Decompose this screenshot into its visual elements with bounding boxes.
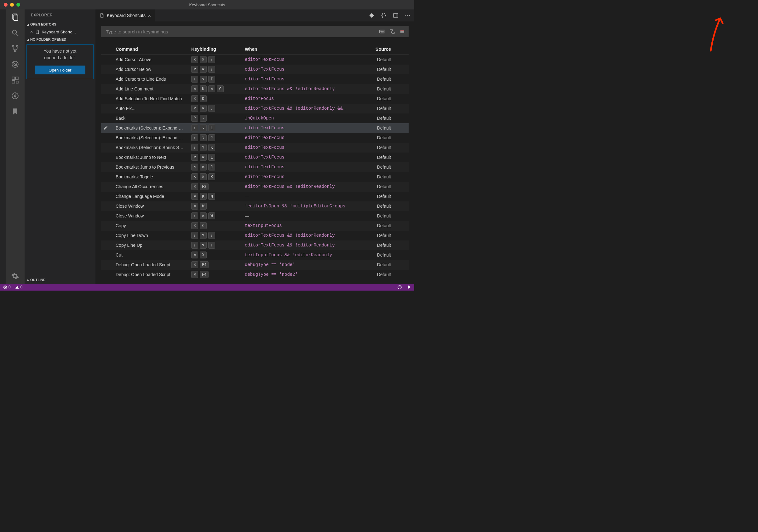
keybinding-cell: ⇧⌥↑ bbox=[191, 242, 245, 249]
clear-input-icon[interactable] bbox=[399, 28, 406, 35]
keybinding-row[interactable]: Bookmarks: Jump to Previous⌥⌘JeditorText… bbox=[101, 162, 409, 172]
keybinding-cell: ⌥⌘↓ bbox=[191, 66, 245, 73]
keybinding-row[interactable]: Copy Line Up⇧⌥↑editorTextFocus && !edito… bbox=[101, 240, 409, 250]
key-cap: ⌥ bbox=[200, 124, 207, 131]
keybinding-row[interactable]: Add Line Comment⌘K⌘CeditorTextFocus && !… bbox=[101, 84, 409, 94]
command-cell: Add Cursors to Line Ends bbox=[116, 77, 191, 82]
open-editor-item[interactable]: × Keyboard Shortc… bbox=[24, 28, 95, 36]
gitlens-icon[interactable] bbox=[11, 91, 19, 100]
key-cap: C bbox=[217, 86, 224, 92]
source-cell: Default bbox=[362, 252, 393, 258]
col-source[interactable]: Source bbox=[362, 47, 393, 52]
keybinding-row[interactable]: Close Window⇧⌘W—Default bbox=[101, 211, 409, 221]
bookmark-icon[interactable] bbox=[11, 107, 19, 116]
col-when[interactable]: When bbox=[245, 47, 362, 52]
command-cell: Add Cursor Above bbox=[116, 57, 191, 62]
split-editor-icon[interactable] bbox=[392, 12, 399, 19]
keybinding-row[interactable]: Copy⌘CtextInputFocusDefault bbox=[101, 221, 409, 231]
outline-header[interactable]: ▸ OUTLINE bbox=[24, 276, 95, 284]
keybinding-cell: ⌥⌘. bbox=[191, 105, 245, 112]
search-icon[interactable] bbox=[11, 28, 19, 37]
open-settings-sync-icon[interactable] bbox=[368, 12, 375, 19]
keybinding-row[interactable]: Debug: Open Loaded Script⌘F4debugType ==… bbox=[101, 270, 409, 280]
keybinding-search-input[interactable] bbox=[104, 29, 379, 34]
no-folder-line2: opened a folder. bbox=[29, 54, 91, 61]
keybinding-row[interactable]: Add Cursor Below⌥⌘↓editorTextFocusDefaul… bbox=[101, 65, 409, 74]
maximize-window-button[interactable] bbox=[17, 3, 20, 7]
keybinding-cell: ⌘F4 bbox=[191, 261, 245, 268]
key-cap: M bbox=[208, 193, 215, 200]
keybinding-row[interactable]: Close Window⌘W!editorIsOpen && !multiple… bbox=[101, 201, 409, 211]
key-cap: ⇧ bbox=[191, 134, 198, 141]
key-cap: C bbox=[200, 222, 207, 229]
more-actions-icon[interactable]: ··· bbox=[404, 12, 411, 19]
extensions-icon[interactable] bbox=[11, 76, 19, 85]
status-warnings[interactable]: 0 bbox=[15, 285, 23, 289]
open-editors-label: OPEN EDITORS bbox=[30, 22, 56, 26]
source-cell: Default bbox=[362, 233, 393, 238]
edit-icon bbox=[103, 125, 108, 130]
settings-gear-icon[interactable] bbox=[11, 272, 19, 280]
col-keybinding[interactable]: Keybinding bbox=[191, 47, 245, 52]
source-control-icon[interactable] bbox=[11, 44, 19, 53]
source-cell: Default bbox=[362, 223, 393, 228]
status-notifications[interactable] bbox=[406, 285, 411, 290]
source-cell: Default bbox=[362, 135, 393, 140]
keybinding-row[interactable]: Back^-inQuickOpenDefault bbox=[101, 114, 409, 123]
source-cell: Default bbox=[362, 155, 393, 160]
explorer-icon[interactable] bbox=[11, 13, 19, 21]
source-cell: Default bbox=[362, 272, 393, 277]
svg-rect-21 bbox=[383, 31, 384, 31]
keybinding-cell: ⌘F4 bbox=[191, 271, 245, 278]
sidebar-title: EXPLORER bbox=[24, 10, 95, 20]
key-cap: ↓ bbox=[208, 232, 215, 239]
open-json-icon[interactable]: {} bbox=[380, 12, 387, 19]
key-cap: ⇧ bbox=[191, 232, 198, 239]
keybinding-row[interactable]: Bookmarks: Toggle⌥⌘KeditorTextFocusDefau… bbox=[101, 172, 409, 182]
keybinding-row[interactable]: Bookmarks (Selection): Expand …⇧⌥Jeditor… bbox=[101, 133, 409, 143]
command-cell: Change Language Mode bbox=[116, 194, 191, 199]
keybinding-row[interactable]: Change Language Mode⌘KM—Default bbox=[101, 192, 409, 201]
keybinding-row[interactable]: Copy Line Down⇧⌥↓editorTextFocus && !edi… bbox=[101, 231, 409, 240]
keybinding-row[interactable]: Auto Fix...⌥⌘.editorTextFocus && !editor… bbox=[101, 104, 409, 114]
outline-label: OUTLINE bbox=[30, 278, 45, 282]
no-folder-header[interactable]: ◢ NO FOLDER OPENED bbox=[24, 36, 95, 43]
svg-rect-20 bbox=[382, 31, 383, 31]
svg-rect-1 bbox=[14, 15, 18, 20]
when-cell: editorTextFocus && !editorReadonly bbox=[245, 233, 362, 238]
open-folder-button[interactable]: Open Folder bbox=[35, 66, 86, 74]
sort-precedence-icon[interactable] bbox=[389, 28, 396, 35]
source-cell: Default bbox=[362, 174, 393, 179]
keybinding-cell: ⇧⌥↓ bbox=[191, 232, 245, 239]
keybinding-row[interactable]: Add Selection To Next Find Match⌘Deditor… bbox=[101, 94, 409, 104]
keybinding-row[interactable]: Debug: Open Loaded Script⌘F4debugType ==… bbox=[101, 260, 409, 270]
close-window-button[interactable] bbox=[4, 3, 8, 7]
when-cell: editorTextFocus bbox=[245, 164, 362, 169]
status-errors[interactable]: 0 bbox=[3, 285, 11, 289]
key-cap: ⌘ bbox=[191, 271, 198, 278]
keybinding-row[interactable]: Bookmarks (Selection): Expand …⇧⌥Leditor… bbox=[101, 123, 409, 133]
command-cell: Debug: Open Loaded Script bbox=[116, 262, 191, 267]
status-feedback[interactable] bbox=[397, 285, 402, 290]
close-tab-icon[interactable]: × bbox=[148, 13, 151, 18]
record-keys-icon[interactable] bbox=[379, 28, 386, 35]
command-cell: Back bbox=[116, 116, 191, 121]
source-cell: Default bbox=[362, 116, 393, 121]
col-command[interactable]: Command bbox=[116, 47, 191, 52]
debug-icon[interactable] bbox=[11, 60, 19, 69]
keybinding-row[interactable]: Bookmarks (Selection): Shrink S…⇧⌥Kedito… bbox=[101, 143, 409, 153]
keybinding-row[interactable]: Add Cursor Above⌥⌘↑editorTextFocusDefaul… bbox=[101, 55, 409, 65]
key-cap: ⌘ bbox=[200, 56, 207, 63]
keybinding-search[interactable] bbox=[101, 26, 409, 37]
minimize-window-button[interactable] bbox=[10, 3, 14, 7]
close-icon[interactable]: × bbox=[30, 29, 33, 34]
keybinding-row[interactable]: Cut⌘XtextInputFocus && !editorReadonlyDe… bbox=[101, 250, 409, 260]
when-cell: editorTextFocus bbox=[245, 155, 362, 160]
keybinding-row[interactable]: Bookmarks: Jump to Next⌥⌘LeditorTextFocu… bbox=[101, 153, 409, 162]
keybinding-row[interactable]: Change All Occurrences⌘F2editorTextFocus… bbox=[101, 182, 409, 192]
keybinding-row[interactable]: Add Cursors to Line Ends⇧⌥IeditorTextFoc… bbox=[101, 74, 409, 84]
tab-keyboard-shortcuts[interactable]: Keyboard Shortcuts × bbox=[95, 10, 155, 21]
open-editors-header[interactable]: ◢ OPEN EDITORS bbox=[24, 20, 95, 28]
key-cap: ⌘ bbox=[191, 95, 198, 102]
keybinding-cell: ⌥⌘L bbox=[191, 154, 245, 161]
